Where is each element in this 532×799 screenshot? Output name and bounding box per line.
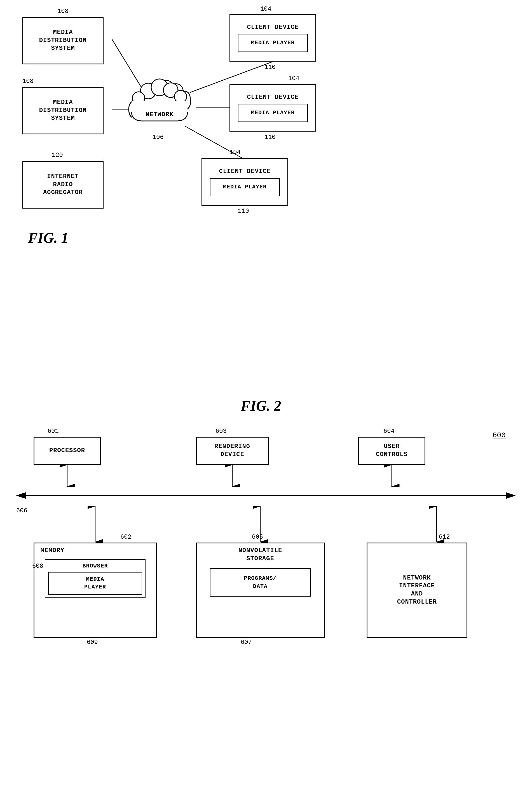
memory-num: 602 (120, 534, 132, 541)
memory-outer-box: MEMORY BROWSER MEDIA PLAYER (34, 542, 157, 638)
client-mid-outer-label: CLIENT DEVICE (247, 93, 299, 101)
memory-label: MEMORY (41, 547, 64, 555)
network-ic-label: NETWORK INTERFACE AND CONTROLLER (397, 574, 437, 606)
mds-mid-box: MEDIA DISTRIBUTION SYSTEM (22, 87, 103, 134)
bus-num: 606 (16, 507, 27, 514)
rendering-label: RENDERING DEVICE (214, 443, 250, 459)
mds-top-label: MEDIA DISTRIBUTION SYSTEM (39, 29, 87, 53)
fig2-label: FIG. 2 (241, 397, 281, 414)
programs-data-label: PROGRAMS/ DATA (244, 575, 277, 590)
ira-num: 120 (52, 152, 63, 159)
mds-top-num: 108 (57, 8, 69, 15)
ira-label: INTERNET RADIO AGGREGATOR (43, 173, 83, 197)
fig1-diagram: MEDIA DISTRIBUTION SYSTEM 108 CLIENT DEV… (0, 0, 532, 386)
client-top-num: 104 (260, 5, 271, 13)
user-controls-label: USER CONTROLS (376, 443, 408, 459)
client-top-num2: 110 (264, 64, 276, 71)
user-controls-box: USER CONTROLS (358, 437, 425, 465)
mds-mid-num: 108 (22, 78, 34, 85)
browser-label: BROWSER (48, 562, 142, 570)
client-top-outer-label: CLIENT DEVICE (247, 23, 299, 32)
mds-top-box: MEDIA DISTRIBUTION SYSTEM (22, 17, 103, 64)
fig2-diagram: FIG. 2 600 PROCESSOR 601 RENDERING DEVIC… (0, 392, 532, 799)
processor-num: 601 (48, 428, 59, 435)
programs-data-num: 607 (241, 639, 252, 646)
client-bot-num2: 110 (238, 208, 249, 215)
client-bot-outer: CLIENT DEVICE MEDIA PLAYER (202, 158, 288, 206)
network-num: 106 (153, 134, 164, 141)
nonvolatile-outer-box: NONVOLATILE STORAGE PROGRAMS/ DATA (196, 542, 325, 638)
network-ic-num: 612 (439, 534, 450, 541)
rendering-box: RENDERING DEVICE (196, 437, 269, 465)
fig1-label: FIG. 1 (28, 229, 68, 246)
network-ic-box: NETWORK INTERFACE AND CONTROLLER (367, 542, 467, 638)
system-num: 600 (493, 431, 506, 440)
processor-box: PROCESSOR (34, 437, 101, 465)
client-mid-num2: 110 (264, 134, 276, 141)
media-player-num: 609 (87, 639, 98, 646)
client-mid-inner: MEDIA PLAYER (238, 104, 308, 122)
user-controls-num: 604 (383, 428, 395, 435)
client-bot-inner: MEDIA PLAYER (210, 178, 280, 196)
client-top-inner: MEDIA PLAYER (238, 34, 308, 52)
client-mid-num: 104 (288, 75, 300, 82)
browser-num: 608 (32, 563, 43, 570)
client-top-outer: CLIENT DEVICE MEDIA PLAYER (229, 14, 316, 61)
client-mid-outer: CLIENT DEVICE MEDIA PLAYER (229, 84, 316, 132)
nonvolatile-num: 605 (252, 534, 263, 541)
processor-label: PROCESSOR (49, 447, 85, 455)
network-cloud: NETWORK (123, 76, 196, 132)
nonvolatile-label: NONVOLATILE STORAGE (239, 547, 282, 563)
svg-text:NETWORK: NETWORK (146, 111, 173, 118)
mds-mid-label: MEDIA DISTRIBUTION SYSTEM (39, 98, 87, 123)
media-player-label: MEDIA PLAYER (84, 576, 106, 591)
client-bot-num: 104 (229, 149, 241, 156)
client-bot-outer-label: CLIENT DEVICE (219, 168, 271, 176)
rendering-num: 603 (215, 428, 227, 435)
ira-box: INTERNET RADIO AGGREGATOR (22, 161, 103, 208)
